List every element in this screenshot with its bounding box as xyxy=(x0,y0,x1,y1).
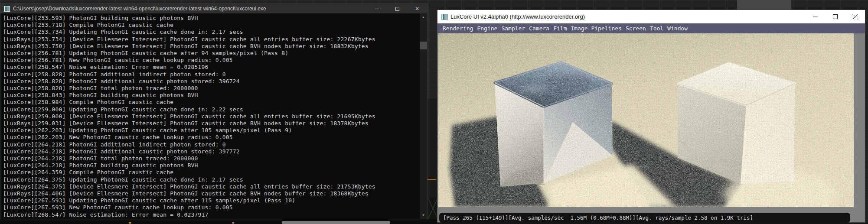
menu-item-screen[interactable]: Screen xyxy=(626,23,646,33)
desktop: C:\Users\josep\Downloads\luxcorerender-l… xyxy=(0,0,868,224)
scrollbar-up-icon[interactable]: ▲ xyxy=(420,13,427,21)
scrollbar-thumb[interactable] xyxy=(420,42,427,49)
render-scene xyxy=(438,33,854,207)
minimize-icon xyxy=(813,14,818,19)
render-grain-dark xyxy=(438,33,854,207)
menu-item-rendering[interactable]: Rendering xyxy=(443,23,473,33)
background-highlight-dash xyxy=(427,179,436,180)
luxcore-window: LuxCore UI v2.4alpha0 (http://www.luxcor… xyxy=(437,10,865,223)
luxcore-menubar: Rendering Engine Sampler Camera Film Ima… xyxy=(437,23,865,33)
maximize-icon xyxy=(833,14,838,19)
luxcore-maximize-button[interactable] xyxy=(825,10,845,23)
console-titlebar[interactable]: C:\Users\josep\Downloads\luxcorerender-l… xyxy=(0,4,427,13)
close-icon: ✕ xyxy=(415,6,419,11)
console-log[interactable]: [LuxCore][253.593] PhotonGI building cau… xyxy=(3,15,418,218)
luxcore-app-icon xyxy=(441,14,448,20)
luxcore-close-button[interactable] xyxy=(845,10,865,23)
scrollbar-down-icon[interactable]: ▼ xyxy=(420,211,427,219)
menu-item-window[interactable]: Window xyxy=(667,23,688,33)
menu-item-sampler[interactable]: Sampler xyxy=(501,23,525,33)
luxcore-titlebar[interactable]: LuxCore UI v2.4alpha0 (http://www.luxcor… xyxy=(437,10,865,23)
console-title: C:\Users\josep\Downloads\luxcorerender-l… xyxy=(13,6,367,12)
console-close-button[interactable]: ✕ xyxy=(407,4,427,13)
bottom-pink-tick xyxy=(232,222,234,224)
console-maximize-button[interactable] xyxy=(387,4,407,13)
render-viewport[interactable] xyxy=(438,33,854,207)
console-scrollbar[interactable]: ▲ ▼ xyxy=(420,13,427,219)
menu-item-image-pipelines[interactable]: Image Pipelines xyxy=(571,23,622,33)
menu-item-tool[interactable]: Tool xyxy=(650,23,663,33)
bottom-light-bar xyxy=(282,221,390,224)
luxcore-minimize-button[interactable] xyxy=(805,10,825,23)
bottom-orange-tick xyxy=(129,222,131,224)
menu-item-film[interactable]: Film xyxy=(553,23,567,33)
close-icon xyxy=(853,14,858,19)
background-strip xyxy=(427,99,437,198)
console-window: C:\Users\josep\Downloads\luxcorerender-l… xyxy=(0,3,427,219)
menu-item-camera[interactable]: Camera xyxy=(529,23,549,33)
luxcore-title: LuxCore UI v2.4alpha0 (http://www.luxcor… xyxy=(450,13,805,20)
menu-item-engine[interactable]: Engine xyxy=(477,23,497,33)
console-body[interactable]: [LuxCore][253.593] PhotonGI building cau… xyxy=(0,13,427,219)
minimize-icon xyxy=(375,9,379,9)
console-minimize-button[interactable] xyxy=(367,4,387,13)
render-stats: [Pass 265 (115+149)][Avg. samples/sec 1.… xyxy=(439,213,850,223)
maximize-icon xyxy=(395,7,399,11)
console-app-icon xyxy=(4,6,10,12)
